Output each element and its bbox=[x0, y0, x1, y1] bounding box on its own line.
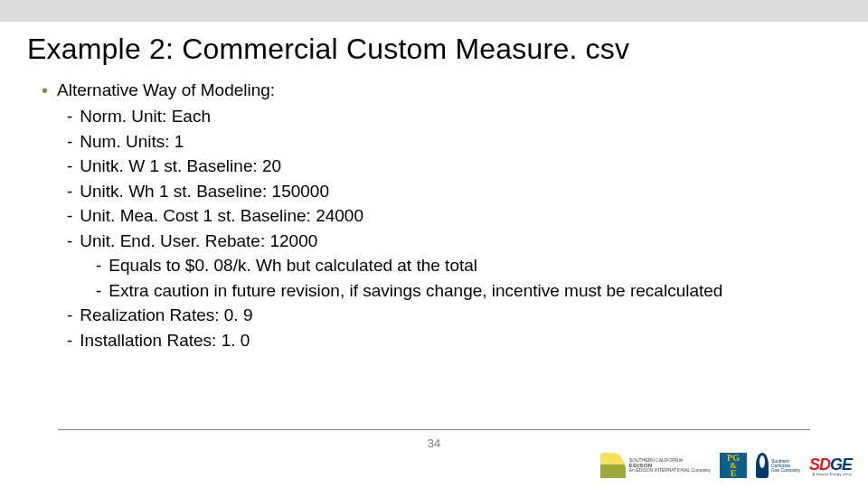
sdge-sub: A Sempra Energy utility bbox=[809, 473, 852, 476]
dash-icon: - bbox=[67, 179, 72, 204]
list-item-text: Unitk. W 1 st. Baseline: 20 bbox=[80, 154, 281, 179]
sce-icon bbox=[600, 453, 626, 478]
pge-box: PG & E bbox=[720, 453, 747, 478]
sdge-red: SD bbox=[809, 455, 830, 474]
sdge-main: SDGE A Sempra Energy utility bbox=[809, 455, 852, 476]
sub-list-item-text: Extra caution in future revision, if sav… bbox=[108, 278, 722, 304]
dash-icon: - bbox=[67, 154, 72, 179]
sce-line3: An EDISON INTERNATIONAL Company bbox=[629, 468, 711, 473]
logo-sce: SOUTHERN CALIFORNIA EDISON An EDISON INT… bbox=[600, 452, 711, 479]
list-item: -Realization Rates: 0. 9 bbox=[67, 303, 841, 328]
slide: Example 2: Commercial Custom Measure. cs… bbox=[0, 0, 868, 488]
list-item: -Num. Units: 1 bbox=[67, 129, 841, 155]
list-item: -Unitk. Wh 1 st. Baseline: 150000 bbox=[67, 179, 841, 204]
dash-icon: - bbox=[67, 229, 72, 254]
sce-text: SOUTHERN CALIFORNIA EDISON An EDISON INT… bbox=[629, 458, 711, 473]
list-item-text: Installation Rates: 1. 0 bbox=[80, 328, 250, 353]
footer-logos: SOUTHERN CALIFORNIA EDISON An EDISON INT… bbox=[600, 452, 852, 479]
list-item: -Unit. Mea. Cost 1 st. Baseline: 24000 bbox=[67, 203, 841, 229]
sub-list-item-text: Equals to $0. 08/k. Wh but calculated at… bbox=[108, 253, 477, 278]
dash-icon: - bbox=[96, 253, 101, 278]
list-item-text: Unit. Mea. Cost 1 st. Baseline: 24000 bbox=[80, 203, 363, 229]
page-number: 34 bbox=[0, 436, 868, 450]
bullet-heading-text: Alternative Way of Modeling: bbox=[57, 78, 275, 103]
flame-icon bbox=[756, 453, 769, 478]
logo-socalgas: Southern California Gas Company bbox=[756, 452, 800, 479]
dash-icon: - bbox=[67, 129, 72, 155]
list-item: -Installation Rates: 1. 0 bbox=[67, 328, 841, 353]
footer-divider bbox=[58, 429, 810, 430]
slide-body: • Alternative Way of Modeling: -Norm. Un… bbox=[42, 78, 841, 352]
dash-icon: - bbox=[67, 303, 72, 328]
bullet-level-1: • Alternative Way of Modeling: bbox=[42, 78, 841, 104]
title-bar-strip bbox=[0, 0, 868, 22]
dash-icon: - bbox=[67, 104, 72, 129]
list-item-text: Num. Units: 1 bbox=[80, 129, 184, 155]
list-item: -Unitk. W 1 st. Baseline: 20 bbox=[67, 154, 841, 179]
list-item: -Norm. Unit: Each bbox=[67, 104, 841, 129]
logo-pge: PG & E bbox=[720, 452, 747, 479]
list-item-text: Unitk. Wh 1 st. Baseline: 150000 bbox=[80, 179, 329, 204]
sdge-blue: GE bbox=[830, 455, 852, 474]
list-item: -Unit. End. User. Rebate: 12000 bbox=[67, 229, 841, 254]
bullet-dot-icon: • bbox=[42, 78, 48, 104]
dash-icon: - bbox=[67, 328, 72, 353]
slide-title: Example 2: Commercial Custom Measure. cs… bbox=[27, 33, 629, 66]
dash-icon: - bbox=[67, 203, 72, 229]
list-item-text: Norm. Unit: Each bbox=[80, 104, 211, 129]
list-item-text: Unit. End. User. Rebate: 12000 bbox=[80, 229, 317, 254]
socalgas-text: Southern California Gas Company bbox=[771, 459, 800, 473]
sub-list-item: -Extra caution in future revision, if sa… bbox=[96, 278, 841, 304]
list-item-text: Realization Rates: 0. 9 bbox=[80, 303, 252, 328]
logo-sdge: SDGE A Sempra Energy utility bbox=[809, 452, 852, 479]
dash-icon: - bbox=[96, 278, 101, 304]
socalgas-l3: Gas Company bbox=[771, 468, 800, 473]
pge-bot: E bbox=[731, 469, 737, 477]
sub-list-item: -Equals to $0. 08/k. Wh but calculated a… bbox=[96, 253, 841, 278]
